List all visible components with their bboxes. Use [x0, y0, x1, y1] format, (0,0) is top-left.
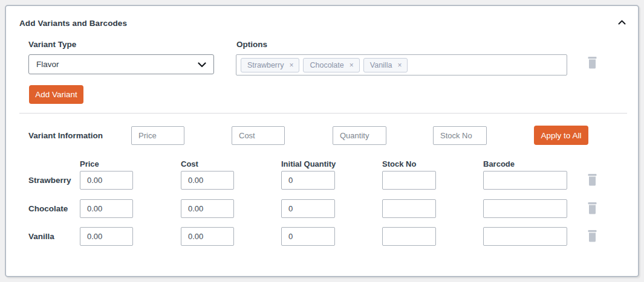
row-stock-no-input[interactable]: [382, 171, 436, 190]
option-tag-label: Strawberry: [247, 61, 284, 69]
delete-row-button[interactable]: [585, 201, 599, 217]
variant-type-selected-value: Flavor: [36, 60, 198, 69]
add-variants-panel: Add Variants and Barcodes Variant Type F…: [5, 5, 639, 277]
variant-row-name: Chocolate: [28, 204, 68, 213]
row-stock-no-input[interactable]: [382, 199, 436, 218]
option-tag: Chocolate ×: [303, 58, 359, 72]
row-stock-no-input[interactable]: [382, 227, 436, 246]
col-header-initial-quantity: Initial Quantity: [281, 159, 336, 168]
add-variant-button[interactable]: Add Variant: [29, 85, 83, 104]
trash-icon: [587, 173, 598, 188]
apply-to-all-button[interactable]: Apply to All: [534, 126, 588, 145]
row-barcode-input[interactable]: [483, 171, 567, 190]
trash-icon: [587, 229, 598, 245]
col-header-barcode: Barcode: [483, 159, 515, 168]
row-price-input[interactable]: [80, 199, 133, 218]
remove-tag-icon[interactable]: ×: [350, 62, 354, 69]
col-header-cost: Cost: [181, 159, 198, 168]
trash-icon: [587, 56, 598, 71]
collapse-panel-button[interactable]: [613, 14, 630, 29]
row-barcode-input[interactable]: [483, 227, 567, 246]
col-header-stock-no: Stock No: [382, 159, 416, 168]
remove-tag-icon[interactable]: ×: [397, 62, 402, 69]
row-quantity-input[interactable]: [281, 171, 335, 190]
option-tag: Strawberry ×: [241, 58, 299, 72]
row-cost-input[interactable]: [181, 199, 234, 218]
option-tag-label: Chocolate: [310, 61, 343, 69]
row-quantity-input[interactable]: [281, 199, 335, 218]
variant-row-name: Vanilla: [28, 232, 54, 241]
remove-tag-icon[interactable]: ×: [289, 62, 293, 69]
row-cost-input[interactable]: [181, 227, 234, 246]
row-barcode-input[interactable]: [483, 199, 567, 218]
delete-row-button[interactable]: [585, 229, 599, 245]
row-cost-input[interactable]: [181, 171, 234, 190]
col-header-price: Price: [80, 159, 99, 168]
option-tag-label: Vanilla: [370, 61, 392, 69]
section-divider: [19, 113, 627, 114]
row-price-input[interactable]: [80, 171, 133, 190]
panel-title: Add Variants and Barcodes: [19, 19, 127, 28]
variant-type-select[interactable]: Flavor: [28, 54, 214, 74]
bulk-cost-input[interactable]: [232, 126, 285, 145]
options-label: Options: [236, 40, 267, 49]
row-price-input[interactable]: [80, 227, 133, 246]
delete-row-button[interactable]: [585, 173, 599, 188]
chevron-up-icon: [618, 18, 626, 27]
option-tag: Vanilla ×: [363, 58, 408, 72]
row-quantity-input[interactable]: [281, 227, 335, 246]
bulk-price-input[interactable]: [131, 126, 184, 145]
bulk-quantity-input[interactable]: [333, 126, 386, 145]
variant-type-label: Variant Type: [28, 40, 76, 49]
variant-row-name: Strawberry: [28, 176, 71, 185]
trash-icon: [587, 201, 598, 217]
bulk-stock-no-input[interactable]: [433, 126, 487, 145]
chevron-down-icon: [198, 59, 206, 70]
delete-variant-type-button[interactable]: [585, 56, 599, 71]
options-tag-input[interactable]: Strawberry × Chocolate × Vanilla ×: [236, 54, 567, 75]
variant-information-label: Variant Information: [28, 131, 103, 140]
